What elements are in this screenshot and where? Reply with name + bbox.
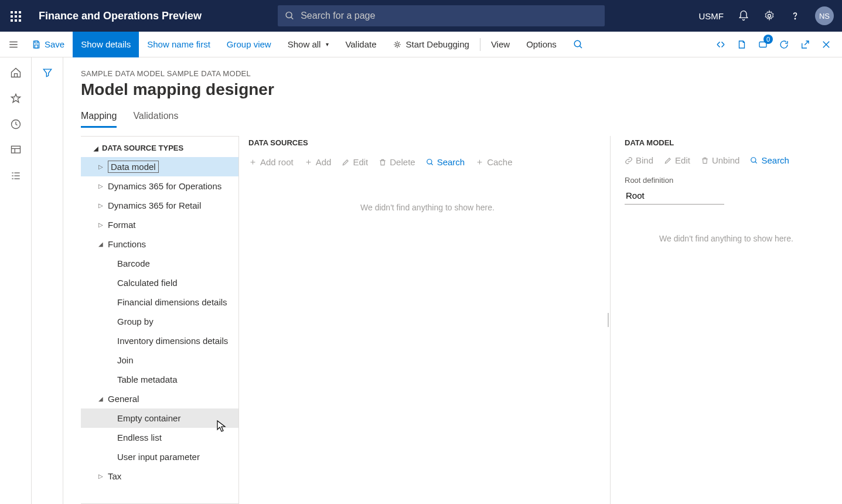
settings-icon[interactable] [763, 10, 775, 22]
save-button[interactable]: Save [23, 32, 73, 57]
edit-icon [664, 156, 672, 165]
message-count-badge: 0 [763, 35, 773, 44]
view-menu[interactable]: View [483, 32, 518, 57]
tab-validations[interactable]: Validations [133, 111, 178, 128]
data-model-title: DATA MODEL [625, 138, 828, 147]
attachments-icon[interactable] [737, 39, 747, 50]
svg-point-0 [286, 12, 292, 18]
menu-toggle-icon[interactable] [8, 32, 23, 57]
favorites-icon[interactable] [10, 93, 22, 104]
root-definition-input[interactable] [625, 187, 724, 205]
options-menu[interactable]: Options [518, 32, 565, 57]
tree-item-d365-retail[interactable]: ▷Dynamics 365 for Retail [81, 196, 238, 215]
tree-item-endless-list[interactable]: Endless list [81, 428, 238, 447]
add-root-button[interactable]: ＋Add root [248, 156, 294, 168]
plus-icon: ＋ [304, 156, 313, 168]
show-details-button[interactable]: Show details [73, 32, 139, 57]
delete-button[interactable]: Delete [379, 157, 415, 167]
home-icon[interactable] [10, 67, 22, 79]
refresh-icon[interactable] [779, 39, 789, 50]
company-picker[interactable]: USMF [699, 11, 724, 21]
validate-button[interactable]: Validate [337, 32, 384, 57]
notifications-icon[interactable] [738, 10, 749, 22]
search-button[interactable]: Search [750, 155, 789, 165]
global-search[interactable] [278, 5, 605, 26]
svg-line-1 [291, 17, 294, 19]
app-title: Finance and Operations Preview [39, 10, 202, 22]
filter-column [32, 57, 63, 504]
tree-item-functions[interactable]: ◢Functions [81, 234, 238, 254]
svg-line-28 [755, 161, 757, 163]
trash-icon [379, 158, 387, 166]
cache-button[interactable]: ＋Cache [475, 156, 512, 168]
svg-point-27 [751, 157, 756, 162]
tree-item-table-metadata[interactable]: Table metadata [81, 370, 238, 389]
page-content: SAMPLE DATA MODEL SAMPLE DATA MODEL Mode… [63, 57, 842, 504]
page-tabs: Mapping Validations [81, 111, 842, 128]
chevron-down-icon: ▾ [326, 41, 329, 47]
data-sources-panel: DATA SOURCES ＋Add root ＋Add Edit Delete … [239, 136, 606, 504]
plus-icon: ＋ [475, 156, 484, 168]
search-icon [426, 158, 434, 166]
svg-rect-16 [11, 146, 20, 153]
start-debugging-button[interactable]: Start Debugging [384, 32, 477, 57]
global-search-input[interactable] [301, 11, 598, 21]
group-view-button[interactable]: Group view [219, 32, 279, 57]
svg-rect-7 [35, 41, 38, 43]
user-avatar[interactable]: NS [815, 6, 834, 25]
global-header: Finance and Operations Preview USMF NS [0, 0, 842, 32]
root-definition-label: Root definition [625, 176, 828, 185]
tab-mapping[interactable]: Mapping [81, 111, 117, 128]
edit-button[interactable]: Edit [664, 155, 690, 165]
action-search-icon[interactable] [565, 32, 592, 57]
tree-item-empty-container[interactable]: Empty container [81, 408, 238, 428]
workspaces-icon[interactable] [10, 144, 22, 156]
svg-point-25 [427, 159, 431, 164]
svg-point-2 [768, 15, 771, 18]
edit-button[interactable]: Edit [342, 157, 368, 167]
link-icon [625, 156, 633, 165]
tree-item-inventory-dimensions[interactable]: Inventory dimensions details [81, 331, 238, 350]
tree-item-d365-operations[interactable]: ▷Dynamics 365 for Operations [81, 176, 238, 196]
search-button[interactable]: Search [426, 157, 465, 167]
tree-item-financial-dimensions[interactable]: Financial dimensions details [81, 292, 238, 312]
data-model-empty-message: We didn't find anything to show here. [625, 234, 828, 243]
filter-icon[interactable] [42, 67, 53, 504]
close-icon[interactable] [821, 39, 831, 50]
help-icon[interactable] [789, 10, 801, 22]
show-name-first-button[interactable]: Show name first [139, 32, 219, 57]
tree-item-group-by[interactable]: Group by [81, 312, 238, 331]
save-label: Save [45, 39, 64, 49]
debug-icon [393, 40, 402, 49]
svg-line-11 [579, 46, 582, 48]
tree-item-calculated-field[interactable]: Calculated field [81, 273, 238, 292]
svg-line-26 [431, 163, 432, 165]
tree-item-barcode[interactable]: Barcode [81, 254, 238, 273]
app-launcher-icon[interactable] [8, 9, 22, 23]
svg-point-9 [396, 43, 398, 46]
search-icon [285, 11, 295, 21]
search-icon [750, 156, 758, 165]
tree-item-tax[interactable]: ▷Tax [81, 466, 238, 486]
data-sources-title: DATA SOURCES [248, 138, 606, 147]
tree-item-join[interactable]: Join [81, 350, 238, 370]
message-bar-icon[interactable]: 0 [758, 39, 768, 50]
tree-item-general[interactable]: ◢General [81, 389, 238, 408]
popout-icon[interactable] [800, 39, 810, 50]
tree-header: ◢DATA SOURCE TYPES [81, 137, 238, 157]
unbind-button[interactable]: Unbind [701, 155, 740, 165]
add-button[interactable]: ＋Add [304, 156, 332, 168]
bind-button[interactable]: Bind [625, 155, 653, 165]
tree-item-data-model[interactable]: ▷Data model [81, 157, 238, 176]
left-nav-rail [0, 57, 32, 504]
svg-point-3 [795, 18, 795, 19]
action-bar: Save Show details Show name first Group … [0, 32, 842, 57]
tree-item-format[interactable]: ▷Format [81, 215, 238, 234]
recent-icon[interactable] [10, 118, 22, 130]
show-all-dropdown[interactable]: Show all ▾ [279, 32, 338, 57]
svg-point-10 [574, 40, 581, 47]
plus-icon: ＋ [248, 156, 257, 168]
related-icon[interactable] [715, 39, 726, 50]
tree-item-user-input-parameter[interactable]: User input parameter [81, 447, 238, 466]
modules-icon[interactable] [10, 170, 22, 182]
